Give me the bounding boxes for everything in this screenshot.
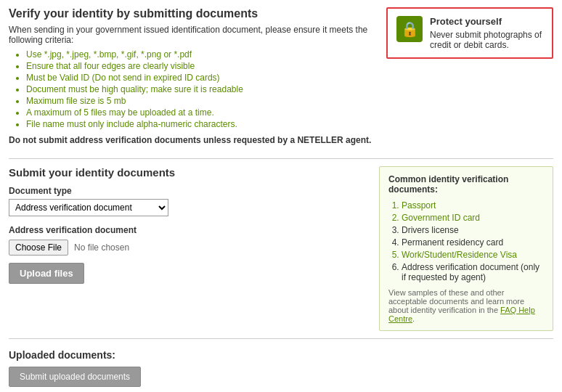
main-content: Verify your identity by submitting docum… <box>9 7 375 150</box>
uploaded-title: Uploaded documents: <box>9 349 553 361</box>
common-docs-item: Drivers license <box>402 225 544 235</box>
criteria-item: Ensure that all four edges are clearly v… <box>26 61 375 71</box>
divider-1 <box>9 158 553 159</box>
lock-icon-wrap: 🔒 <box>396 16 423 42</box>
submit-section: Submit your identity documents Document … <box>9 166 553 331</box>
common-docs-list: Passport Government ID card Drivers lice… <box>402 200 544 282</box>
criteria-item: Use *.jpg, *.jpeg, *.bmp, *.gif, *.png o… <box>26 49 375 60</box>
file-row: Choose File No file chosen <box>9 240 367 256</box>
file-section: Address verification document Choose Fil… <box>9 225 367 256</box>
common-docs-item: Government ID card <box>402 213 544 223</box>
uploaded-section: Uploaded documents: Submit uploaded docu… <box>9 349 553 387</box>
top-section: Verify your identity by submitting docum… <box>9 7 553 150</box>
common-docs-item: Address verification document (only if r… <box>402 262 544 282</box>
criteria-item: Document must be high quality; make sure… <box>26 84 375 94</box>
submit-title: Submit your identity documents <box>9 166 367 179</box>
criteria-list: Use *.jpg, *.jpeg, *.bmp, *.gif, *.png o… <box>26 49 375 129</box>
choose-file-button[interactable]: Choose File <box>9 240 68 256</box>
common-docs-item: Passport <box>402 200 544 211</box>
faq-text: View samples of these and other acceptab… <box>388 288 544 323</box>
doc-type-select[interactable]: Address verification document Passport G… <box>9 199 168 216</box>
protect-description: Never submit photographs of credit or de… <box>430 30 543 50</box>
submit-left: Submit your identity documents Document … <box>9 166 367 331</box>
upload-files-button[interactable]: Upload files <box>9 263 84 284</box>
faq-link[interactable]: FAQ Help Centre <box>388 306 535 323</box>
lock-icon: 🔒 <box>401 20 419 38</box>
no-file-text: No file chosen <box>74 242 129 253</box>
common-docs-box: Common identity verification documents: … <box>379 166 553 331</box>
criteria-item: Must be Valid ID (Do not send in expired… <box>26 73 375 83</box>
doc-type-label: Document type <box>9 186 367 196</box>
common-docs-item: Permanent residency card <box>402 237 544 248</box>
common-docs-title: Common identity verification documents: <box>388 174 544 195</box>
common-docs-item: Work/Student/Residence Visa <box>402 250 544 260</box>
intro-text: When sending in your government issued i… <box>9 25 375 45</box>
criteria-item: Maximum file size is 5 mb <box>26 96 375 106</box>
criteria-item: File name must only include alpha-numeri… <box>26 119 375 129</box>
submit-uploaded-button[interactable]: Submit uploaded documents <box>9 367 141 387</box>
protect-text: Protect yourself Never submit photograph… <box>430 16 543 50</box>
divider-2 <box>9 338 553 339</box>
page-title: Verify your identity by submitting docum… <box>9 7 375 20</box>
criteria-item: A maximum of 5 files may be uploaded at … <box>26 107 375 118</box>
file-section-label: Address verification document <box>9 225 367 235</box>
protect-title: Protect yourself <box>430 16 543 27</box>
protect-box: 🔒 Protect yourself Never submit photogra… <box>386 7 553 59</box>
warning-text: Do not submit address verification docum… <box>9 135 375 145</box>
select-wrap: Address verification document Passport G… <box>9 199 367 216</box>
